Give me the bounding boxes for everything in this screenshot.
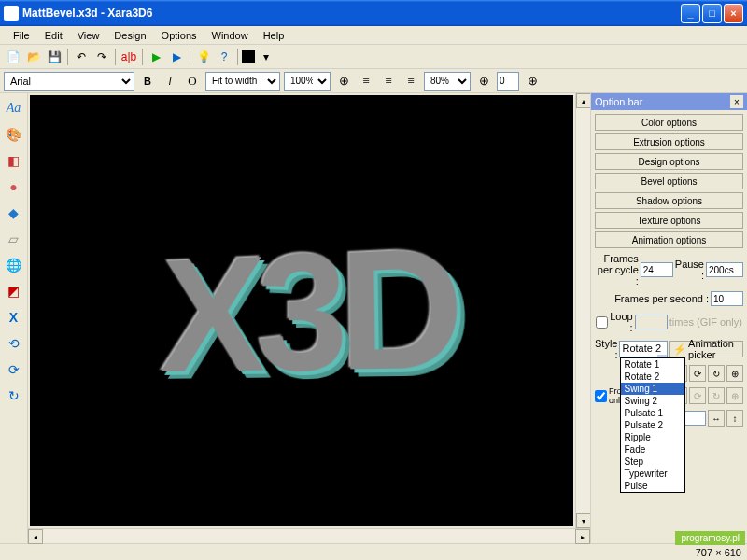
- menu-edit[interactable]: Edit: [37, 28, 70, 43]
- new-button[interactable]: 📄: [4, 48, 22, 66]
- spin2-icon[interactable]: ⊕: [474, 72, 493, 91]
- wave-btn2[interactable]: ↕: [726, 410, 743, 427]
- style-option-pulsate2[interactable]: Pulsate 2: [621, 419, 684, 431]
- menu-file[interactable]: File: [6, 28, 37, 43]
- style-option-pulsate1[interactable]: Pulsate 1: [621, 407, 684, 419]
- separator: [115, 49, 116, 65]
- font-tool-icon[interactable]: Aa: [3, 97, 25, 119]
- bevel-options-button[interactable]: Bevel options: [595, 173, 743, 189]
- italic-button[interactable]: I: [161, 72, 179, 91]
- bold-button[interactable]: B: [138, 72, 157, 91]
- spin-up-icon[interactable]: ⊕: [334, 72, 353, 91]
- font-select[interactable]: Arial: [4, 72, 134, 91]
- cube-tool-icon[interactable]: ◧: [3, 149, 25, 172]
- frames-per-second-input[interactable]: [711, 291, 743, 306]
- outline-button[interactable]: O: [183, 72, 202, 91]
- align-right-button[interactable]: ≡: [402, 72, 420, 91]
- animation-options-button[interactable]: Animation options: [595, 231, 743, 248]
- statusbar: 707 × 610: [0, 543, 747, 560]
- help-button[interactable]: ?: [215, 48, 233, 66]
- horizontal-scrollbar[interactable]: ◂ ▸: [28, 528, 590, 543]
- zoom2-select[interactable]: 80%: [424, 72, 471, 91]
- scroll-right-icon[interactable]: ▸: [575, 529, 590, 544]
- shadow-options-button[interactable]: Shadow options: [595, 192, 743, 209]
- maximize-button[interactable]: □: [702, 4, 722, 23]
- scroll-track-h[interactable]: [43, 529, 575, 543]
- bevel-tool-icon[interactable]: ◆: [3, 202, 25, 224]
- rotate-x-tool-icon[interactable]: ⟲: [3, 332, 25, 355]
- export-button[interactable]: ▶: [167, 48, 186, 66]
- frames-per-cycle-input[interactable]: [641, 262, 673, 277]
- style-option-swing1[interactable]: Swing 1: [621, 383, 684, 395]
- loop-checkbox[interactable]: [596, 316, 608, 329]
- fit-select[interactable]: Fit to width: [205, 72, 280, 91]
- scroll-left-icon[interactable]: ◂: [28, 529, 43, 544]
- red-cube-tool-icon[interactable]: ◩: [3, 280, 25, 302]
- canvas-area: X3D ▴ ▾ ◂ ▸: [28, 93, 590, 543]
- anim-btn4[interactable]: ⊕: [726, 365, 743, 382]
- window-title: MattBevel.x3d - Xara3D6: [22, 7, 681, 20]
- menu-view[interactable]: View: [70, 28, 107, 43]
- style-option-fade[interactable]: Fade: [621, 443, 684, 455]
- rotate-z-tool-icon[interactable]: ↻: [3, 385, 25, 407]
- globe-tool-icon[interactable]: 🌐: [3, 254, 25, 276]
- animation-picker-button[interactable]: ⚡Animation picker: [669, 341, 743, 357]
- color1-button[interactable]: [242, 50, 255, 63]
- redo-button[interactable]: ↷: [92, 48, 111, 66]
- sphere-tool-icon[interactable]: ●: [3, 175, 25, 198]
- x-tool-icon[interactable]: X: [3, 306, 25, 329]
- texture-options-button[interactable]: Texture options: [595, 212, 743, 229]
- menu-options[interactable]: Options: [154, 28, 204, 43]
- scroll-down-icon[interactable]: ▾: [576, 513, 591, 528]
- align-center-button[interactable]: ≡: [379, 72, 398, 91]
- menubar: File Edit View Design Options Window Hel…: [0, 26, 747, 45]
- align-left-button[interactable]: ≡: [357, 72, 375, 91]
- light-btn2: ⟳: [689, 387, 706, 404]
- anim-btn3[interactable]: ↻: [708, 365, 725, 382]
- scroll-up-icon[interactable]: ▴: [576, 93, 591, 108]
- spin-value[interactable]: [497, 72, 519, 91]
- close-button[interactable]: ×: [724, 4, 743, 23]
- app-icon: [4, 6, 19, 21]
- menu-design[interactable]: Design: [106, 28, 153, 43]
- undo-button[interactable]: ↶: [72, 48, 91, 66]
- style-option-step[interactable]: Step: [621, 455, 684, 468]
- scroll-track[interactable]: [576, 108, 590, 513]
- style-option-typewriter[interactable]: Typewriter: [621, 468, 684, 480]
- palette-tool-icon[interactable]: 🎨: [3, 123, 25, 146]
- menu-window[interactable]: Window: [204, 28, 256, 43]
- left-toolbar: Aa 🎨 ◧ ● ◆ ▱ 🌐 ◩ X ⟲ ⟳ ↻: [0, 93, 28, 543]
- light-btn4: ⊕: [726, 387, 743, 404]
- style-option-pulse[interactable]: Pulse: [621, 480, 684, 492]
- wave-btn1[interactable]: ↔: [708, 410, 725, 427]
- shadow-tool-icon[interactable]: ▱: [3, 228, 25, 250]
- play-button[interactable]: ▶: [147, 48, 165, 66]
- menu-help[interactable]: Help: [256, 28, 292, 43]
- option-bar-panel: Option bar × Color options Extrusion opt…: [590, 93, 747, 543]
- extrusion-options-button[interactable]: Extrusion options: [595, 133, 743, 150]
- zoom1-select[interactable]: 100%: [284, 72, 331, 91]
- pause-input[interactable]: [706, 262, 743, 277]
- style-option-rotate2[interactable]: Rotate 2: [621, 371, 684, 383]
- open-button[interactable]: 📂: [24, 48, 43, 66]
- vertical-scrollbar[interactable]: ▴ ▾: [575, 93, 590, 528]
- style-option-rotate1[interactable]: Rotate 1: [621, 358, 684, 371]
- panel-close-button[interactable]: ×: [730, 95, 743, 108]
- color2-button[interactable]: ▾: [257, 48, 275, 66]
- style-option-ripple[interactable]: Ripple: [621, 431, 684, 443]
- save-button[interactable]: 💾: [45, 48, 63, 66]
- minimize-button[interactable]: _: [681, 4, 700, 23]
- canvas-viewport[interactable]: X3D: [30, 95, 573, 526]
- style-option-swing2[interactable]: Swing 2: [621, 395, 684, 407]
- bulb-button[interactable]: 💡: [194, 48, 213, 66]
- style-select[interactable]: Rotate 2▾ Rotate 1 Rotate 2 Swing 1 Swin…: [619, 341, 668, 357]
- spin3-icon[interactable]: ⊕: [523, 72, 542, 91]
- light-btn3: ↻: [708, 387, 725, 404]
- text-button[interactable]: a|b: [120, 48, 138, 66]
- color-options-button[interactable]: Color options: [595, 114, 743, 131]
- loop-label: Loop :: [610, 311, 632, 333]
- anim-btn2[interactable]: ⟳: [689, 365, 706, 382]
- design-options-button[interactable]: Design options: [595, 153, 743, 170]
- rotate-y-tool-icon[interactable]: ⟳: [3, 358, 25, 381]
- front-face-checkbox[interactable]: [595, 390, 607, 402]
